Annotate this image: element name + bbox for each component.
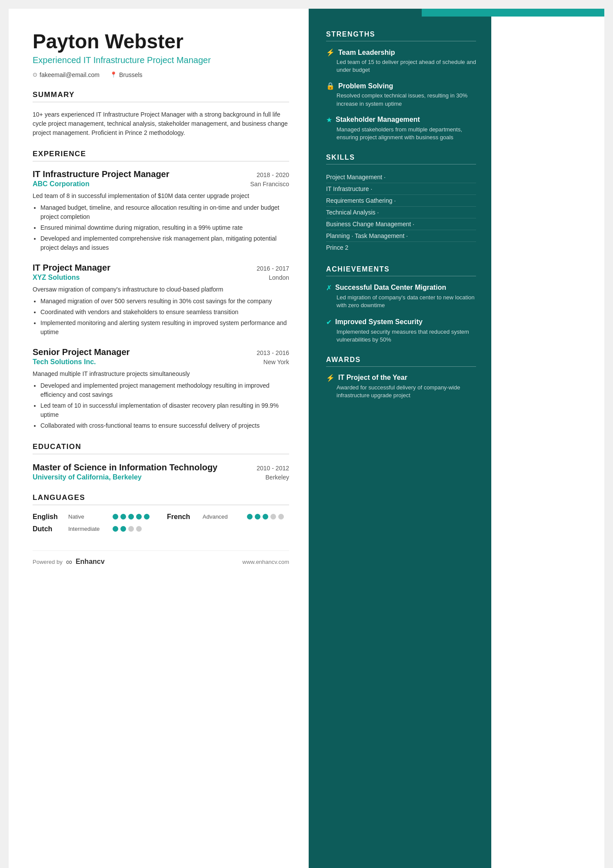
strengths-title: STRENGTHS [326,30,476,41]
achievement-header-1: ✗ Successful Data Center Migration [326,283,476,292]
enhancv-logo-icon: ∞ [66,557,72,567]
awards-section: AWARDS ⚡ IT Project of the Year Awarded … [326,356,476,399]
footer: Powered by ∞ Enhancv www.enhancv.com [33,550,289,567]
exp-header-2: IT Project Manager 2016 - 2017 [33,263,289,273]
experience-item-3: Senior Project Manager 2013 - 2016 Tech … [33,347,289,430]
dot [120,526,126,532]
skills-section: SKILLS Project Management · IT Infrastru… [326,154,476,253]
edu-header-1: Master of Science in Information Technol… [33,462,289,473]
summary-section: SUMMARY 10+ years experienced IT Infrast… [33,90,289,137]
awards-title: AWARDS [326,356,476,367]
achievement-header-2: ✔ Improved System Security [326,318,476,326]
achievement-item-1: ✗ Successful Data Center Migration Led m… [326,283,476,309]
dot [263,514,268,519]
header-section: Payton Webster Experienced IT Infrastruc… [33,30,289,78]
exp-header-3: Senior Project Manager 2013 - 2016 [33,347,289,357]
edu-date-1: 2010 - 2012 [257,465,289,472]
edu-degree-1: Master of Science in Information Technol… [33,462,217,473]
strength-item-1: ⚡ Team Leadership Led team of 15 to deli… [326,48,476,74]
footer-website: www.enhancv.com [243,559,289,565]
experience-item-1: IT Infrastructure Project Manager 2018 -… [33,169,289,252]
dot [113,514,118,519]
summary-text: 10+ years experienced IT Infrastructure … [33,110,289,137]
strength-header-1: ⚡ Team Leadership [326,48,476,57]
achievement-name-2: Improved System Security [335,318,423,326]
dot [278,514,284,519]
exp-date-1: 2018 - 2020 [257,171,289,178]
strength-icon-2: 🔒 [326,82,335,90]
exp-bullets-2: Managed migration of over 500 servers re… [33,297,289,337]
experience-item-2: IT Project Manager 2016 - 2017 XYZ Solut… [33,263,289,337]
experience-title: EXPERIENCE [33,150,289,161]
strength-header-3: ★ Stakeholder Management [326,116,476,124]
email-contact: ⊙ fakeemail@email.com [33,71,100,78]
lang-english: English Native [33,513,150,521]
lang-dutch-name: Dutch [33,525,63,533]
achievement-icon-2: ✔ [326,318,332,326]
education-title: EDUCATION [33,442,289,454]
bullet-2-3: Implemented monitoring and alerting syst… [40,318,289,337]
achievement-desc-1: Led migration of company's data center t… [326,294,476,309]
skill-6: Planning · Task Management · [326,230,476,242]
strength-name-3: Stakeholder Management [336,116,420,124]
exp-company-3: Tech Solutions Inc. [33,358,96,366]
strength-name-2: Problem Solving [338,82,393,90]
bullet-1-2: Ensured minimal downtime during migratio… [40,223,289,232]
skill-7: Prince 2 [326,242,476,253]
achievements-section: ACHIEVEMENTS ✗ Successful Data Center Mi… [326,265,476,344]
edu-school-1: University of California, Berkeley [33,473,142,481]
exp-title-2: IT Project Manager [33,263,110,273]
bullet-2-2: Coordinated with vendors and stakeholder… [40,308,289,317]
location-contact: 📍 Brussels [110,71,143,78]
achievement-icon-1: ✗ [326,284,332,292]
job-title: Experienced IT Infrastructure Project Ma… [33,55,289,65]
dot [128,526,134,532]
left-column: Payton Webster Experienced IT Infrastruc… [9,9,309,868]
award-icon-1: ⚡ [326,374,335,382]
lang-row-1: English Native French Advanced [33,513,289,521]
email-icon: ⊙ [33,71,37,78]
lang-french-dots [247,514,284,519]
award-name-1: IT Project of the Year [338,374,407,382]
exp-location-2: London [269,274,289,281]
summary-title: SUMMARY [33,90,289,102]
exp-desc-3: Managed multiple IT infrastructure proje… [33,369,289,379]
languages-grid: English Native French Advanced [33,513,289,533]
exp-company-2: XYZ Solutions [33,274,80,282]
dot [113,526,118,532]
exp-sub-3: Tech Solutions Inc. New York [33,358,289,366]
award-header-1: ⚡ IT Project of the Year [326,374,476,382]
bullet-3-2: Led team of 10 in successful implementat… [40,401,289,419]
award-desc-1: Awarded for successful delivery of compa… [326,384,476,399]
brand-name: Enhancv [76,558,105,566]
education-item-1: Master of Science in Information Technol… [33,462,289,481]
full-name: Payton Webster [33,30,289,53]
skill-1: Project Management · [326,171,476,183]
footer-logo: Powered by ∞ Enhancv [33,557,105,567]
exp-desc-1: Led team of 8 in successful implementati… [33,191,289,201]
strength-name-1: Team Leadership [338,49,395,57]
lang-dutch-level: Intermediate [68,526,107,532]
lang-english-level: Native [68,513,107,520]
education-section: EDUCATION Master of Science in Informati… [33,442,289,481]
strengths-section: STRENGTHS ⚡ Team Leadership Led team of … [326,30,476,141]
dot [120,514,126,519]
top-accent-bar [422,9,604,17]
achievement-name-1: Successful Data Center Migration [335,283,446,292]
lang-english-name: English [33,513,63,521]
dot [255,514,260,519]
exp-date-2: 2016 - 2017 [257,265,289,272]
strength-desc-3: Managed stakeholders from multiple depar… [326,126,476,141]
email-text: fakeemail@email.com [40,71,100,78]
skill-2: IT Infrastructure · [326,183,476,195]
exp-sub-1: ABC Corporation San Francisco [33,180,289,188]
exp-header-1: IT Infrastructure Project Manager 2018 -… [33,169,289,179]
exp-company-1: ABC Corporation [33,180,90,188]
exp-location-1: San Francisco [250,181,289,188]
resume-wrapper: Payton Webster Experienced IT Infrastruc… [9,9,604,868]
skill-4: Technical Analysis · [326,207,476,218]
bullet-3-1: Developed and implemented project manage… [40,381,289,399]
dot [128,514,134,519]
lang-dutch-dots [113,526,142,532]
strength-desc-2: Resolved complex technical issues, resul… [326,92,476,107]
